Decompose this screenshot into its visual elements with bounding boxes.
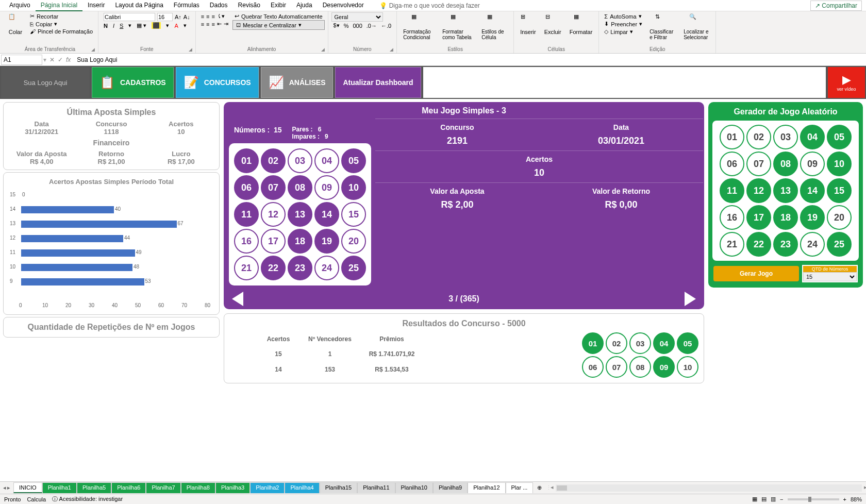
ribbon-tab-página-inicial[interactable]: Página Inicial bbox=[36, 0, 82, 11]
cadastros-button[interactable]: 📋CADASTROS bbox=[92, 67, 174, 98]
view-page-break[interactable]: ▥ bbox=[771, 496, 776, 502]
decrease-decimal-button[interactable]: ←.0 bbox=[381, 23, 391, 29]
cancel-formula[interactable]: ✕ bbox=[49, 56, 55, 63]
ribbon-tab-ajuda[interactable]: Ajuda bbox=[291, 0, 318, 11]
accessibility-status[interactable]: ⓘ Acessibilidade: investigar bbox=[52, 495, 123, 503]
name-box[interactable] bbox=[1, 55, 42, 65]
align-middle-button[interactable]: ≡ bbox=[206, 13, 209, 20]
delete-button[interactable]: ⊟Excluir bbox=[541, 12, 564, 36]
cell-styles-button[interactable]: ▦Estilos de Célula bbox=[478, 12, 510, 41]
ribbon-tab-fórmulas[interactable]: Fórmulas bbox=[169, 0, 205, 11]
prev-arrow[interactable] bbox=[232, 292, 243, 306]
sheet-tab-inicio[interactable]: INICIO bbox=[13, 482, 42, 493]
video-button[interactable]: ▶ver vídeo bbox=[828, 67, 865, 98]
tell-me[interactable]: 💡 Diga-me o que você deseja fazer bbox=[379, 2, 480, 9]
sheet-tab-planilha10[interactable]: Planilha10 bbox=[395, 482, 433, 493]
analises-button[interactable]: 📈ANÁLISES bbox=[261, 67, 334, 98]
accept-formula[interactable]: ✓ bbox=[58, 56, 63, 63]
fill-color-button[interactable]: ⬛ bbox=[152, 22, 161, 29]
number-23: 23 bbox=[773, 232, 798, 257]
merge-center-button[interactable]: ⊡ Mesclar e Centralizar ▾ bbox=[232, 20, 325, 30]
sheet-tab-planilha15[interactable]: Planilha15 bbox=[320, 482, 357, 493]
align-center-button[interactable]: ≡ bbox=[206, 21, 209, 27]
format-painter-button[interactable]: 🖌 Pincel de Formatação bbox=[28, 28, 95, 35]
sheet-tab-planilha12[interactable]: Planilha12 bbox=[468, 482, 505, 493]
number-dialog-launcher[interactable]: ◢ bbox=[390, 47, 395, 52]
clipboard-dialog-launcher[interactable]: ◢ bbox=[91, 47, 96, 52]
insert-button[interactable]: ⊞Inserir bbox=[517, 12, 539, 36]
sheet-tab-planilha6[interactable]: Planilha6 bbox=[111, 482, 146, 493]
font-size-combo[interactable] bbox=[157, 13, 173, 21]
formula-input[interactable]: Sua Logo Aqui bbox=[74, 55, 866, 64]
currency-button[interactable]: $▾ bbox=[334, 22, 340, 29]
bold-button[interactable]: N bbox=[104, 23, 108, 29]
comma-button[interactable]: 000 bbox=[353, 23, 362, 29]
wrap-text-button[interactable]: ↩ Quebrar Texto Automaticamente bbox=[232, 12, 325, 20]
sheet-tab-planilha4[interactable]: Planilha4 bbox=[285, 482, 319, 493]
sheet-tab-planilha8[interactable]: Planilha8 bbox=[181, 482, 215, 493]
ribbon-tab-exibir[interactable]: Exibir bbox=[265, 0, 291, 11]
grow-font-button[interactable]: A↑ bbox=[175, 14, 181, 20]
view-normal[interactable]: ▦ bbox=[752, 496, 757, 502]
share-button[interactable]: ↗ Compartilhar bbox=[810, 1, 862, 11]
clear-button[interactable]: ◇ Limpar ▾ bbox=[602, 28, 644, 36]
sheet-tab-planilha2[interactable]: Planilha2 bbox=[250, 482, 285, 493]
fill-button[interactable]: ⬇ Preencher ▾ bbox=[602, 20, 644, 28]
qtd-select[interactable]: 15 bbox=[803, 272, 857, 281]
horizontal-scrollbar[interactable]: ◂ ▸ bbox=[552, 484, 866, 492]
sheet-tab-plar ...[interactable]: Plar ... bbox=[506, 482, 534, 493]
font-name-combo[interactable] bbox=[104, 13, 155, 21]
ribbon-tab-revisão[interactable]: Revisão bbox=[233, 0, 265, 11]
concursos-button[interactable]: 📝CONCURSOS bbox=[176, 67, 259, 98]
paste-button[interactable]: 📋 Colar bbox=[5, 12, 26, 36]
ribbon-tab-inserir[interactable]: Inserir bbox=[82, 0, 110, 11]
align-top-button[interactable]: ≡ bbox=[201, 13, 204, 20]
sheet-tab-planilha7[interactable]: Planilha7 bbox=[146, 482, 180, 493]
zoom-level[interactable]: 88% bbox=[851, 496, 862, 502]
gerar-jogo-button[interactable]: Gerar Jogo bbox=[713, 266, 799, 281]
cut-button[interactable]: ✂ Recortar bbox=[28, 12, 95, 20]
zoom-in[interactable]: + bbox=[843, 496, 846, 502]
sheet-nav-next[interactable]: ▸ bbox=[7, 484, 10, 491]
increase-decimal-button[interactable]: .0→ bbox=[367, 23, 377, 29]
sheet-tab-planilha11[interactable]: Planilha11 bbox=[357, 482, 395, 493]
view-page-layout[interactable]: ▤ bbox=[761, 496, 767, 502]
autosum-button[interactable]: Σ AutoSoma ▾ bbox=[602, 12, 644, 20]
sheet-tab-planilha1[interactable]: Planilha1 bbox=[42, 482, 77, 493]
align-left-button[interactable]: ≡ bbox=[201, 21, 204, 27]
atualizar-button[interactable]: Atualizar Dashboard bbox=[335, 67, 421, 98]
indent-dec-button[interactable]: ⇤ bbox=[217, 21, 222, 27]
sheet-tab-planilha3[interactable]: Planilha3 bbox=[215, 482, 250, 493]
next-arrow[interactable] bbox=[685, 292, 696, 306]
zoom-slider[interactable] bbox=[788, 498, 839, 500]
conditional-format-button[interactable]: ▦Formatação Condicional bbox=[400, 12, 437, 41]
font-dialog-launcher[interactable]: ◢ bbox=[189, 47, 194, 52]
find-select-button[interactable]: 🔍Localizar e Selecionar bbox=[680, 12, 712, 41]
sheet-nav-first[interactable]: ◂ bbox=[3, 484, 6, 491]
ribbon-tab-desenvolvedor[interactable]: Desenvolvedor bbox=[318, 0, 369, 11]
shrink-font-button[interactable]: A↓ bbox=[184, 14, 190, 20]
format-button[interactable]: ▦Formatar bbox=[567, 12, 596, 36]
align-right-button[interactable]: ≡ bbox=[212, 21, 215, 27]
percent-button[interactable]: % bbox=[344, 23, 349, 29]
ribbon-tab-arquivo[interactable]: Arquivo bbox=[4, 0, 36, 11]
sort-filter-button[interactable]: ⇅Classificar e Filtrar bbox=[646, 12, 678, 41]
ribbon-tab-dados[interactable]: Dados bbox=[205, 0, 233, 11]
zoom-out[interactable]: − bbox=[780, 496, 783, 502]
alignment-dialog-launcher[interactable]: ◢ bbox=[321, 47, 326, 52]
orientation-button[interactable]: ⤹▾ bbox=[217, 13, 225, 20]
add-sheet-button[interactable]: ⊕ bbox=[533, 484, 546, 491]
number-format-combo[interactable]: Geral bbox=[331, 12, 383, 22]
borders-button[interactable]: ▦ ▾ bbox=[137, 22, 146, 29]
italic-button[interactable]: I bbox=[113, 23, 114, 29]
indent-inc-button[interactable]: ⇥ bbox=[224, 21, 228, 27]
ribbon-tab-layout-da-página[interactable]: Layout da Página bbox=[110, 0, 168, 11]
sheet-tab-planilha9[interactable]: Planilha9 bbox=[433, 482, 468, 493]
font-color-button[interactable]: A bbox=[174, 23, 178, 29]
fx-button[interactable]: fx bbox=[66, 56, 71, 63]
underline-button[interactable]: S bbox=[120, 23, 123, 29]
align-bottom-button[interactable]: ≡ bbox=[212, 13, 215, 20]
copy-button[interactable]: ⎘ Copiar ▾ bbox=[28, 20, 95, 28]
sheet-tab-planilha5[interactable]: Planilha5 bbox=[77, 482, 111, 493]
format-table-button[interactable]: ▦Formatar como Tabela bbox=[439, 12, 476, 41]
